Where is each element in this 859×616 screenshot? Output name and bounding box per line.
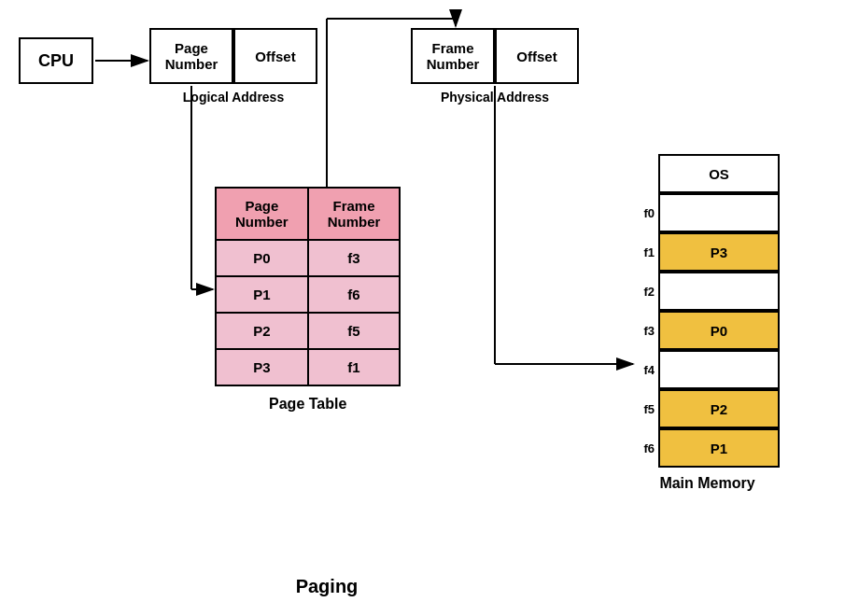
memory-cell-f6: P1 (658, 428, 780, 468)
memory-row-label-f6: f6 (635, 441, 658, 455)
page-table-p0-page: P0 (216, 240, 308, 276)
page-table: PageNumber FrameNumber P0 f3 P1 f6 P2 f5 (215, 187, 401, 386)
memory-row: f0 (635, 193, 780, 232)
memory-row-label-f3: f3 (635, 324, 658, 338)
table-row: P1 f6 (216, 276, 400, 313)
page-table-label: Page Table (215, 396, 401, 413)
memory-row: f6 P1 (635, 428, 780, 468)
memory-cell-f5: P2 (658, 389, 780, 428)
logical-offset-cell: Offset (233, 28, 317, 84)
main-memory-label: Main Memory (635, 475, 780, 492)
memory-row: f2 (635, 272, 780, 311)
memory-cell-f0 (658, 193, 780, 232)
physical-address-cells: FrameNumber Offset (411, 28, 579, 84)
memory-row: f3 P0 (635, 311, 780, 350)
bottom-title: Paging (215, 576, 439, 597)
page-table-p1-frame: f6 (308, 276, 401, 313)
page-table-p0-frame: f3 (308, 240, 401, 276)
memory-row: f4 (635, 350, 780, 389)
table-row: P0 f3 (216, 240, 400, 276)
physical-frame-number-cell: FrameNumber (411, 28, 495, 84)
page-table-header-page: PageNumber (216, 188, 308, 240)
memory-and-labels: OS f0 f1 P3 f2 f3 P0 (635, 154, 780, 468)
page-table-p2-frame: f5 (308, 313, 401, 349)
logical-address-label: Logical Address (183, 90, 284, 105)
memory-row-label-f0: f0 (635, 206, 658, 220)
logical-address-box: PageNumber Offset Logical Address (149, 28, 317, 105)
cpu-box: CPU (19, 37, 93, 84)
memory-row: f1 P3 (635, 232, 780, 272)
physical-address-label: Physical Address (441, 90, 549, 105)
physical-address-box: FrameNumber Offset Physical Address (411, 28, 579, 105)
memory-row: OS (635, 154, 780, 193)
physical-offset-cell: Offset (495, 28, 579, 84)
memory-cell-f3: P0 (658, 311, 780, 350)
memory-row-label-f5: f5 (635, 402, 658, 416)
memory-cell-f4 (658, 350, 780, 389)
page-table-p3-page: P3 (216, 349, 308, 385)
memory-cell-f1: P3 (658, 232, 780, 272)
page-table-container: PageNumber FrameNumber P0 f3 P1 f6 P2 f5 (215, 187, 401, 413)
memory-cell-os: OS (658, 154, 780, 193)
logical-address-cells: PageNumber Offset (149, 28, 317, 84)
memory-row-label-f1: f1 (635, 245, 658, 259)
table-row: P2 f5 (216, 313, 400, 349)
cpu-label: CPU (38, 51, 74, 71)
page-table-p2-page: P2 (216, 313, 308, 349)
memory-row-label-f2: f2 (635, 285, 658, 299)
memory-cell-f2 (658, 272, 780, 311)
table-row: P3 f1 (216, 349, 400, 385)
memory-row-label-f4: f4 (635, 363, 658, 377)
page-table-header-frame: FrameNumber (308, 188, 401, 240)
page-table-p1-page: P1 (216, 276, 308, 313)
logical-page-number-cell: PageNumber (149, 28, 233, 84)
page-table-p3-frame: f1 (308, 349, 401, 385)
main-memory-container: OS f0 f1 P3 f2 f3 P0 (635, 154, 780, 492)
memory-row: f5 P2 (635, 389, 780, 428)
